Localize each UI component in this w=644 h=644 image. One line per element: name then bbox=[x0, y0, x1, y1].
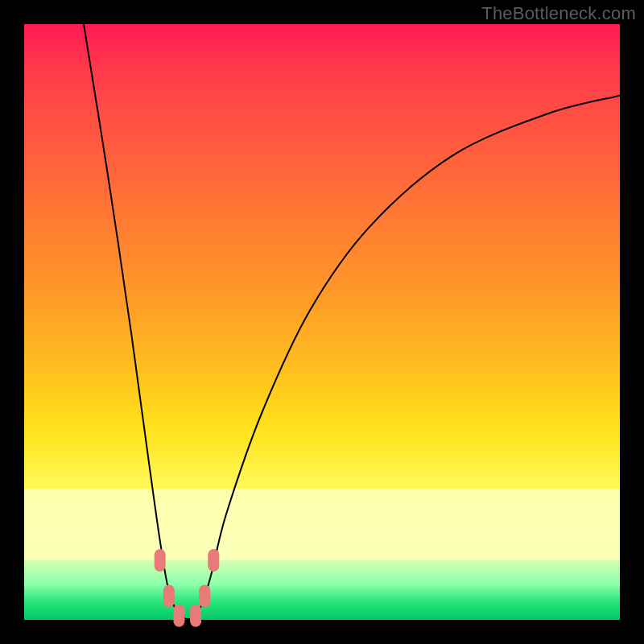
curve-marker bbox=[190, 605, 201, 627]
curve-marker bbox=[155, 549, 166, 572]
curve-marker bbox=[208, 549, 219, 572]
curve-marker bbox=[173, 605, 184, 627]
bottleneck-curve bbox=[84, 24, 620, 619]
attribution-label: TheBottleneck.com bbox=[481, 3, 636, 24]
curve-marker bbox=[163, 584, 175, 607]
plot-area bbox=[24, 24, 620, 620]
marker-group bbox=[155, 549, 220, 627]
curve-marker bbox=[199, 584, 210, 607]
curve-layer bbox=[24, 24, 620, 620]
chart-frame: TheBottleneck.com bbox=[0, 0, 644, 644]
